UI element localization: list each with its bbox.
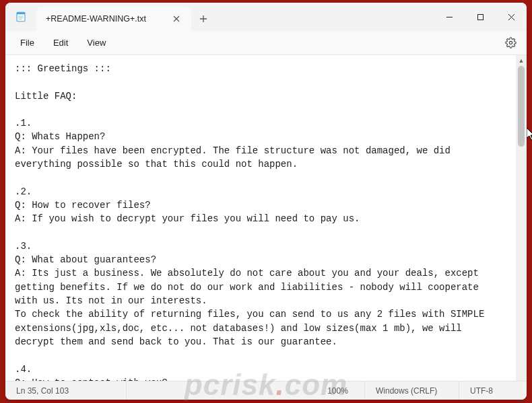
notepad-window: +README-WARNING+.txt (5, 3, 527, 400)
close-icon (508, 13, 515, 21)
settings-button[interactable] (500, 32, 521, 54)
menubar: File Edit View (5, 31, 527, 55)
minimize-icon (446, 13, 453, 21)
notepad-icon (15, 11, 27, 23)
scroll-up-arrow[interactable]: ▲ (516, 55, 527, 66)
status-eol: Windows (CRLF) (365, 381, 459, 400)
titlebar: +README-WARNING+.txt (5, 3, 527, 31)
close-button[interactable] (496, 3, 527, 31)
new-tab-button[interactable] (191, 7, 215, 31)
close-icon (173, 15, 180, 22)
status-position: Ln 35, Col 103 (5, 381, 127, 400)
menu-file[interactable]: File (11, 34, 44, 52)
titlebar-drag-area[interactable] (215, 3, 434, 31)
maximize-icon (477, 13, 484, 21)
minimize-button[interactable] (434, 3, 465, 31)
svg-rect-1 (17, 12, 25, 14)
scrollbar-thumb[interactable] (518, 66, 525, 147)
tab-title: +README-WARNING+.txt (46, 14, 168, 24)
svg-point-13 (509, 41, 512, 44)
tab-close-button[interactable] (168, 11, 185, 27)
status-encoding: UTF-8 (459, 381, 527, 400)
plus-icon (199, 15, 207, 23)
vertical-scrollbar[interactable]: ▲ (516, 55, 527, 381)
maximize-button[interactable] (465, 3, 496, 31)
editor-area: ::: Greetings ::: Little FAQ: .1. Q: Wha… (5, 55, 527, 381)
mouse-cursor-icon (527, 128, 532, 141)
menu-view[interactable]: View (77, 34, 115, 52)
status-zoom[interactable]: 100% (311, 381, 365, 400)
svg-rect-10 (477, 14, 483, 20)
gear-icon (505, 37, 517, 48)
window-controls (434, 3, 527, 31)
statusbar: Ln 35, Col 103 100% Windows (CRLF) UTF-8 (5, 381, 527, 400)
menu-edit[interactable]: Edit (44, 34, 77, 52)
text-content[interactable]: ::: Greetings ::: Little FAQ: .1. Q: Wha… (5, 55, 516, 381)
app-icon (5, 3, 36, 31)
tab-active[interactable]: +README-WARNING+.txt (36, 7, 191, 31)
